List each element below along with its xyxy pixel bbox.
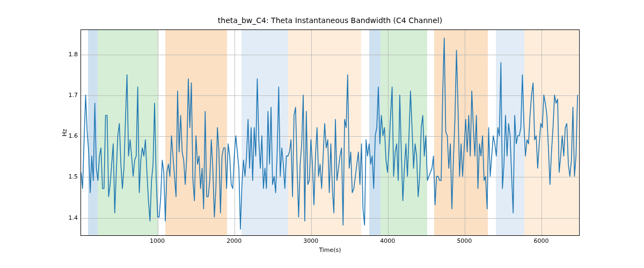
x-tick-label: 4000 xyxy=(380,237,395,244)
y-tick-label: 1.8 xyxy=(51,50,78,57)
x-tick-label: 3000 xyxy=(303,237,318,244)
x-tick-label: 5000 xyxy=(457,237,472,244)
x-tick-label: 6000 xyxy=(533,237,548,244)
y-tick-label: 1.7 xyxy=(51,91,78,98)
figure: theta_bw_C4: Theta Instantaneous Bandwid… xyxy=(0,0,644,268)
x-tick-label: 2000 xyxy=(226,237,241,244)
x-tick-label: 1000 xyxy=(150,237,165,244)
plot-area xyxy=(80,29,580,236)
y-tick-label: 1.6 xyxy=(51,132,78,139)
y-tick-label: 1.5 xyxy=(51,173,78,180)
y-tick-label: 1.4 xyxy=(51,214,78,221)
line-series xyxy=(81,30,579,235)
x-axis-label: Time(s) xyxy=(80,247,580,254)
chart-title: theta_bw_C4: Theta Instantaneous Bandwid… xyxy=(80,16,580,25)
